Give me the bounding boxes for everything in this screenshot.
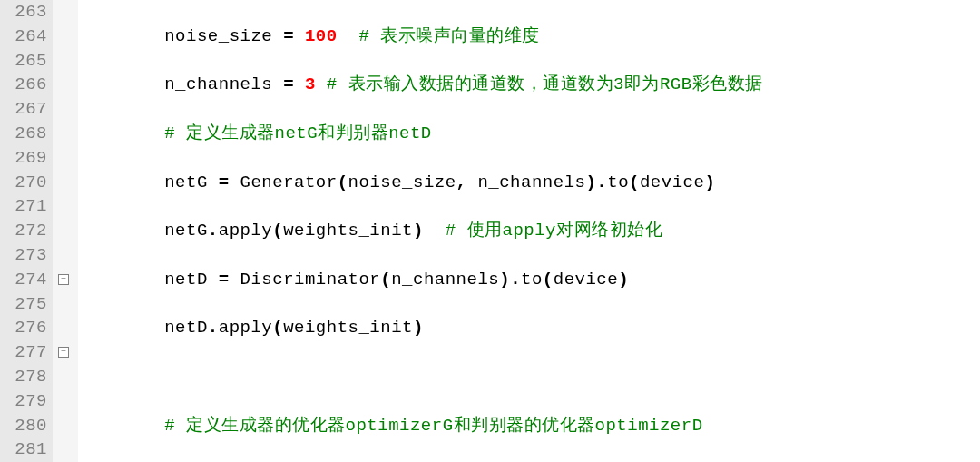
line-number: 279 <box>4 389 47 414</box>
line-number: 271 <box>4 194 47 219</box>
line-number: 276 <box>4 316 47 340</box>
line-number: 274 <box>4 268 47 292</box>
line-number: 278 <box>4 365 47 389</box>
line-number: 272 <box>4 219 47 243</box>
code-editor-area[interactable]: noise_size = 100 # 表示噪声向量的维度 n_channels … <box>78 0 980 462</box>
code-line: netD = Discriminator(n_channels).to(devi… <box>78 268 980 292</box>
code-line: netG.apply(weights_init) # 使用apply对网络初始化 <box>78 219 980 243</box>
code-line: n_channels = 3 # 表示输入数据的通道数，通道数为3即为RGB彩色… <box>78 73 980 97</box>
line-number: 263 <box>4 0 47 25</box>
code-line: netG = Generator(noise_size, n_channels)… <box>78 171 980 195</box>
line-number: 277 <box>4 340 47 365</box>
line-number: 270 <box>4 171 47 195</box>
fold-toggle-icon[interactable]: − <box>58 347 69 358</box>
line-number: 281 <box>4 437 47 462</box>
line-number: 265 <box>4 49 47 74</box>
fold-column: − − <box>53 0 78 462</box>
fold-toggle-icon[interactable]: − <box>58 274 69 285</box>
line-number: 264 <box>4 25 47 49</box>
code-line: # 定义生成器netG和判别器netD <box>78 122 980 146</box>
line-number: 273 <box>4 243 47 268</box>
line-number: 268 <box>4 122 47 146</box>
line-number: 266 <box>4 73 47 97</box>
line-number: 280 <box>4 414 47 438</box>
code-line: netD.apply(weights_init) <box>78 316 980 340</box>
line-number-gutter: 263 264 265 266 267 268 269 270 271 272 … <box>0 0 53 462</box>
line-number: 267 <box>4 97 47 122</box>
code-line: # 定义生成器的优化器optimizerG和判别器的优化器optimizerD <box>78 414 980 438</box>
line-number: 269 <box>4 146 47 171</box>
code-line: noise_size = 100 # 表示噪声向量的维度 <box>78 25 980 49</box>
code-line <box>78 365 980 389</box>
line-number: 275 <box>4 292 47 317</box>
